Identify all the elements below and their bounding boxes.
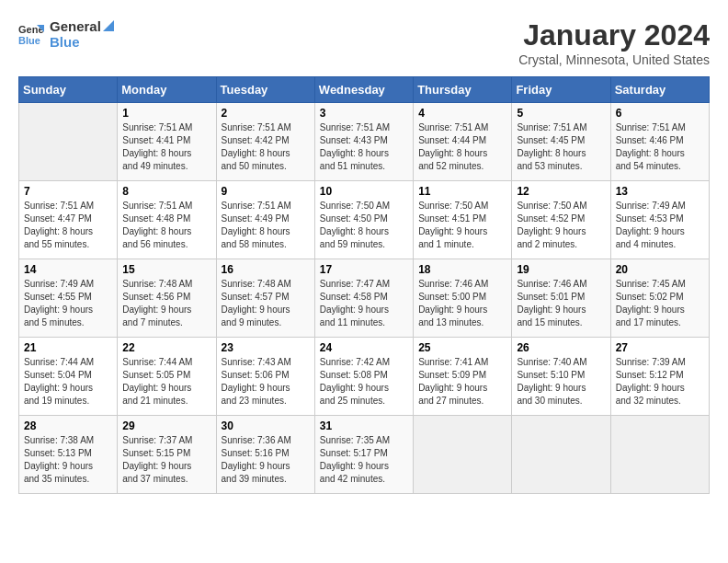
day-number: 8 xyxy=(122,185,210,198)
logo-icon: General Blue xyxy=(18,21,44,47)
day-number: 20 xyxy=(616,263,704,276)
week-row-1: 1Sunrise: 7:51 AM Sunset: 4:41 PM Daylig… xyxy=(19,103,710,181)
day-info: Sunrise: 7:43 AM Sunset: 5:06 PM Dayligh… xyxy=(222,356,310,408)
day-header-sunday: Sunday xyxy=(19,77,118,103)
calendar-cell: 31Sunrise: 7:35 AM Sunset: 5:17 PM Dayli… xyxy=(314,416,413,494)
day-number: 5 xyxy=(517,107,605,120)
day-info: Sunrise: 7:47 AM Sunset: 4:58 PM Dayligh… xyxy=(320,278,408,329)
day-info: Sunrise: 7:36 AM Sunset: 5:16 PM Dayligh… xyxy=(222,434,310,486)
day-header-monday: Monday xyxy=(118,77,216,103)
calendar-subtitle: Crystal, Minnesota, United States xyxy=(518,52,710,67)
calendar-cell: 25Sunrise: 7:41 AM Sunset: 5:09 PM Dayli… xyxy=(414,338,512,416)
day-info: Sunrise: 7:42 AM Sunset: 5:08 PM Dayligh… xyxy=(320,356,408,408)
day-info: Sunrise: 7:46 AM Sunset: 5:00 PM Dayligh… xyxy=(418,278,506,329)
logo: General Blue General Blue xyxy=(18,18,114,51)
calendar-cell: 4Sunrise: 7:51 AM Sunset: 4:44 PM Daylig… xyxy=(414,103,512,181)
day-info: Sunrise: 7:51 AM Sunset: 4:42 PM Dayligh… xyxy=(222,121,310,173)
calendar-cell: 8Sunrise: 7:51 AM Sunset: 4:48 PM Daylig… xyxy=(118,181,216,259)
day-number: 12 xyxy=(517,185,605,198)
week-row-4: 21Sunrise: 7:44 AM Sunset: 5:04 PM Dayli… xyxy=(19,338,710,416)
day-header-thursday: Thursday xyxy=(414,77,512,103)
calendar-cell: 19Sunrise: 7:46 AM Sunset: 5:01 PM Dayli… xyxy=(512,259,610,338)
day-info: Sunrise: 7:51 AM Sunset: 4:45 PM Dayligh… xyxy=(517,121,605,173)
day-info: Sunrise: 7:49 AM Sunset: 4:55 PM Dayligh… xyxy=(24,278,112,329)
calendar-cell: 21Sunrise: 7:44 AM Sunset: 5:04 PM Dayli… xyxy=(19,338,118,416)
calendar-cell: 26Sunrise: 7:40 AM Sunset: 5:10 PM Dayli… xyxy=(512,338,610,416)
day-number: 4 xyxy=(418,107,506,120)
day-number: 3 xyxy=(320,107,408,120)
day-info: Sunrise: 7:51 AM Sunset: 4:49 PM Dayligh… xyxy=(222,200,310,251)
svg-text:Blue: Blue xyxy=(18,35,40,46)
calendar-cell: 1Sunrise: 7:51 AM Sunset: 4:41 PM Daylig… xyxy=(118,103,216,181)
day-info: Sunrise: 7:45 AM Sunset: 5:02 PM Dayligh… xyxy=(616,278,704,329)
calendar-cell: 2Sunrise: 7:51 AM Sunset: 4:42 PM Daylig… xyxy=(216,103,314,181)
day-number: 17 xyxy=(320,263,408,276)
calendar-cell: 10Sunrise: 7:50 AM Sunset: 4:50 PM Dayli… xyxy=(314,181,413,259)
title-section: January 2024 Crystal, Minnesota, United … xyxy=(518,18,710,67)
day-info: Sunrise: 7:41 AM Sunset: 5:09 PM Dayligh… xyxy=(418,356,506,408)
calendar-cell: 11Sunrise: 7:50 AM Sunset: 4:51 PM Dayli… xyxy=(414,181,512,259)
day-number: 21 xyxy=(24,341,112,354)
day-info: Sunrise: 7:46 AM Sunset: 5:01 PM Dayligh… xyxy=(517,278,605,329)
day-info: Sunrise: 7:38 AM Sunset: 5:13 PM Dayligh… xyxy=(24,434,112,486)
calendar-cell: 6Sunrise: 7:51 AM Sunset: 4:46 PM Daylig… xyxy=(610,103,709,181)
calendar-cell xyxy=(19,103,118,181)
calendar-cell: 24Sunrise: 7:42 AM Sunset: 5:08 PM Dayli… xyxy=(314,338,413,416)
calendar-cell: 30Sunrise: 7:36 AM Sunset: 5:16 PM Dayli… xyxy=(216,416,314,494)
day-info: Sunrise: 7:44 AM Sunset: 5:04 PM Dayligh… xyxy=(24,356,112,408)
calendar-cell: 29Sunrise: 7:37 AM Sunset: 5:15 PM Dayli… xyxy=(118,416,216,494)
day-header-wednesday: Wednesday xyxy=(314,77,413,103)
day-number: 28 xyxy=(24,419,112,432)
calendar-cell: 3Sunrise: 7:51 AM Sunset: 4:43 PM Daylig… xyxy=(314,103,413,181)
calendar-cell: 17Sunrise: 7:47 AM Sunset: 4:58 PM Dayli… xyxy=(314,259,413,338)
day-number: 6 xyxy=(616,107,704,120)
logo-text: General xyxy=(50,18,101,34)
day-number: 1 xyxy=(122,107,210,120)
calendar-cell: 12Sunrise: 7:50 AM Sunset: 4:52 PM Dayli… xyxy=(512,181,610,259)
day-number: 13 xyxy=(616,185,704,198)
day-number: 2 xyxy=(222,107,310,120)
day-number: 16 xyxy=(222,263,310,276)
day-info: Sunrise: 7:39 AM Sunset: 5:12 PM Dayligh… xyxy=(616,356,704,408)
day-number: 10 xyxy=(320,185,408,198)
calendar-cell: 14Sunrise: 7:49 AM Sunset: 4:55 PM Dayli… xyxy=(19,259,118,338)
week-row-3: 14Sunrise: 7:49 AM Sunset: 4:55 PM Dayli… xyxy=(19,259,710,338)
day-number: 25 xyxy=(418,341,506,354)
calendar-cell: 27Sunrise: 7:39 AM Sunset: 5:12 PM Dayli… xyxy=(610,338,709,416)
calendar-cell: 18Sunrise: 7:46 AM Sunset: 5:00 PM Dayli… xyxy=(414,259,512,338)
day-number: 24 xyxy=(320,341,408,354)
day-info: Sunrise: 7:51 AM Sunset: 4:43 PM Dayligh… xyxy=(320,121,408,173)
day-info: Sunrise: 7:48 AM Sunset: 4:57 PM Dayligh… xyxy=(222,278,310,329)
day-info: Sunrise: 7:51 AM Sunset: 4:47 PM Dayligh… xyxy=(24,200,112,251)
day-number: 31 xyxy=(320,419,408,432)
calendar-cell xyxy=(610,416,709,494)
day-number: 29 xyxy=(122,419,210,432)
day-number: 7 xyxy=(24,185,112,198)
day-info: Sunrise: 7:44 AM Sunset: 5:05 PM Dayligh… xyxy=(122,356,210,408)
day-number: 22 xyxy=(122,341,210,354)
day-number: 15 xyxy=(122,263,210,276)
calendar-cell: 13Sunrise: 7:49 AM Sunset: 4:53 PM Dayli… xyxy=(610,181,709,259)
calendar-cell: 23Sunrise: 7:43 AM Sunset: 5:06 PM Dayli… xyxy=(216,338,314,416)
calendar-cell: 15Sunrise: 7:48 AM Sunset: 4:56 PM Dayli… xyxy=(118,259,216,338)
day-number: 27 xyxy=(616,341,704,354)
day-number: 26 xyxy=(517,341,605,354)
day-info: Sunrise: 7:51 AM Sunset: 4:46 PM Dayligh… xyxy=(616,121,704,173)
calendar-cell: 9Sunrise: 7:51 AM Sunset: 4:49 PM Daylig… xyxy=(216,181,314,259)
calendar-cell: 22Sunrise: 7:44 AM Sunset: 5:05 PM Dayli… xyxy=(118,338,216,416)
day-header-saturday: Saturday xyxy=(610,77,709,103)
day-info: Sunrise: 7:50 AM Sunset: 4:50 PM Dayligh… xyxy=(320,200,408,251)
day-header-tuesday: Tuesday xyxy=(216,77,314,103)
day-info: Sunrise: 7:35 AM Sunset: 5:17 PM Dayligh… xyxy=(320,434,408,486)
page-header: General Blue General Blue January 2024 C… xyxy=(18,18,710,67)
calendar-cell: 20Sunrise: 7:45 AM Sunset: 5:02 PM Dayli… xyxy=(610,259,709,338)
day-number: 14 xyxy=(24,263,112,276)
calendar-cell: 5Sunrise: 7:51 AM Sunset: 4:45 PM Daylig… xyxy=(512,103,610,181)
day-info: Sunrise: 7:49 AM Sunset: 4:53 PM Dayligh… xyxy=(616,200,704,251)
day-number: 23 xyxy=(222,341,310,354)
day-number: 18 xyxy=(418,263,506,276)
calendar-title: January 2024 xyxy=(518,18,710,52)
day-number: 11 xyxy=(418,185,506,198)
day-info: Sunrise: 7:40 AM Sunset: 5:10 PM Dayligh… xyxy=(517,356,605,408)
day-info: Sunrise: 7:51 AM Sunset: 4:48 PM Dayligh… xyxy=(122,200,210,251)
